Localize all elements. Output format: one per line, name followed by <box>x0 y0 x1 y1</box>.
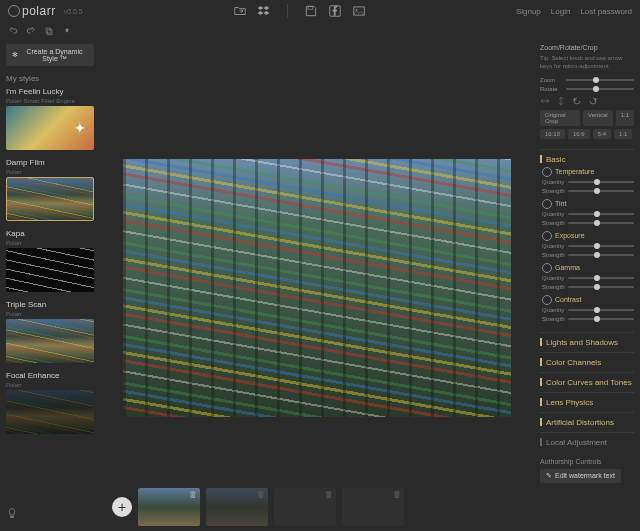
panel-lens-header[interactable]: Lens Physics <box>540 398 634 407</box>
app-header: polarr v0.0.5 Signup Login Lost password <box>0 0 640 22</box>
rotate-right-icon[interactable] <box>588 96 598 106</box>
filmstrip-thumb[interactable]: 🗑 <box>342 488 404 526</box>
filmstrip-thumb[interactable]: 🗑 <box>138 488 200 526</box>
style-thumb[interactable] <box>6 390 94 434</box>
param-tint: Tint Quantity Strength <box>542 199 634 226</box>
style-item-lucky[interactable]: I'm Feelin Lucky Polarr Smart Filter Eng… <box>6 87 94 150</box>
preset-1-1a[interactable]: 1:1 <box>616 110 634 126</box>
panel-channels-header[interactable]: Color Channels <box>540 358 634 367</box>
rotate-slider-row: Rotate <box>540 86 634 92</box>
lost-password-link[interactable]: Lost password <box>580 7 632 16</box>
preset-vertical[interactable]: Vertical <box>583 110 613 126</box>
create-dynamic-style-button[interactable]: ✻ Create a Dynamic Style ™ <box>6 44 94 66</box>
rotate-left-icon[interactable] <box>572 96 582 106</box>
redo-icon[interactable] <box>26 26 36 36</box>
zoom-slider[interactable] <box>566 79 634 81</box>
undo-icon[interactable] <box>8 26 18 36</box>
rotate-slider[interactable] <box>566 88 634 90</box>
login-link[interactable]: Login <box>551 7 571 16</box>
contrast-strength-slider[interactable] <box>568 318 634 320</box>
panel-curves-header[interactable]: Color Curves and Tones <box>540 378 634 387</box>
svg-point-3 <box>356 9 358 11</box>
add-image-button[interactable]: + <box>112 497 132 517</box>
preset-16-10[interactable]: 16:10 <box>540 129 565 139</box>
style-sub: Polarr <box>6 169 94 175</box>
panel-lens: Lens Physics <box>540 392 634 412</box>
sidebar-left: ✻ Create a Dynamic Style ™ My styles I'm… <box>0 40 100 531</box>
strength-label: Strength <box>542 188 564 194</box>
style-thumb[interactable] <box>6 177 94 221</box>
flip-vertical-icon[interactable] <box>556 96 566 106</box>
style-sub: Polarr <box>6 240 94 246</box>
flip-horizontal-icon[interactable] <box>540 96 550 106</box>
style-item-triple-scan[interactable]: Triple Scan Polarr <box>6 300 94 363</box>
preset-5-4[interactable]: 5:4 <box>593 129 611 139</box>
facebook-icon[interactable] <box>328 4 342 18</box>
panel-local-header[interactable]: Local Adjustment <box>540 438 634 447</box>
lightbulb-icon[interactable] <box>6 507 18 519</box>
panel-distort: Artificial Distortions <box>540 412 634 432</box>
main-image[interactable] <box>123 159 511 417</box>
tint-strength-slider[interactable] <box>568 222 634 224</box>
save-icon[interactable] <box>304 4 318 18</box>
style-item-focal-enhance[interactable]: Focal Enhance Polarr <box>6 371 94 434</box>
style-name: Damp Film <box>6 158 94 167</box>
crop-title: Zoom/Rotate/Crop <box>540 44 634 51</box>
style-item-damp-film[interactable]: Damp Film Polarr <box>6 158 94 221</box>
delete-icon[interactable]: 🗑 <box>393 490 401 499</box>
dynamic-style-label: Create a Dynamic Style ™ <box>21 48 88 62</box>
style-thumb[interactable] <box>6 106 94 150</box>
secondary-toolbar <box>0 22 640 40</box>
zoom-slider-row: Zoom <box>540 77 634 83</box>
style-name: I'm Feelin Lucky <box>6 87 94 96</box>
filmstrip-thumb[interactable]: 🗑 <box>274 488 336 526</box>
gamma-strength-slider[interactable] <box>568 286 634 288</box>
pin-icon[interactable] <box>62 26 72 36</box>
style-thumb[interactable] <box>6 248 94 292</box>
strength-label: Strength <box>542 284 564 290</box>
delete-icon[interactable]: 🗑 <box>325 490 333 499</box>
delete-icon[interactable]: 🗑 <box>257 490 265 499</box>
param-label: Exposure <box>542 231 634 241</box>
svg-rect-4 <box>46 28 50 33</box>
panel-basic: Basic Temperature Quantity Strength Tint… <box>540 149 634 332</box>
temperature-quantity-slider[interactable] <box>568 181 634 183</box>
preset-1-1b[interactable]: 1:1 <box>614 129 632 139</box>
dropbox-icon[interactable] <box>257 4 271 18</box>
gear-icon: ✻ <box>12 51 18 59</box>
param-contrast: Contrast Quantity Strength <box>542 295 634 322</box>
preset-original[interactable]: Original Crop <box>540 110 580 126</box>
quantity-label: Quantity <box>542 243 564 249</box>
temperature-strength-slider[interactable] <box>568 190 634 192</box>
strength-label: Strength <box>542 252 564 258</box>
canvas-area: + 🗑 🗑 🗑 🗑 <box>100 40 534 531</box>
crop-presets-1: Original Crop Vertical 1:1 <box>540 110 634 126</box>
strength-label: Strength <box>542 220 564 226</box>
image-icon[interactable] <box>352 4 366 18</box>
delete-icon[interactable]: 🗑 <box>189 490 197 499</box>
copy-icon[interactable] <box>44 26 54 36</box>
app-version: v0.0.5 <box>64 8 83 15</box>
gamma-quantity-slider[interactable] <box>568 277 634 279</box>
panel-distort-header[interactable]: Artificial Distortions <box>540 418 634 427</box>
panel-curves: Color Curves and Tones <box>540 372 634 392</box>
contrast-quantity-slider[interactable] <box>568 309 634 311</box>
logo-icon <box>8 5 20 17</box>
preset-16-9[interactable]: 16:9 <box>568 129 590 139</box>
style-thumb[interactable] <box>6 319 94 363</box>
exposure-strength-slider[interactable] <box>568 254 634 256</box>
style-item-kapa[interactable]: Kapa Polarr <box>6 229 94 292</box>
style-name: Focal Enhance <box>6 371 94 380</box>
canvas-main <box>104 40 530 483</box>
open-folder-icon[interactable] <box>233 4 247 18</box>
panel-lights-header[interactable]: Lights and Shadows <box>540 338 634 347</box>
filmstrip-thumb[interactable]: 🗑 <box>206 488 268 526</box>
tint-quantity-slider[interactable] <box>568 213 634 215</box>
sidebar-right: Zoom/Rotate/Crop Tip: Select knob and us… <box>534 40 640 531</box>
main-area: ✻ Create a Dynamic Style ™ My styles I'm… <box>0 40 640 531</box>
signup-link[interactable]: Signup <box>516 7 541 16</box>
panel-basic-header[interactable]: Basic <box>540 155 634 164</box>
edit-watermark-button[interactable]: ✎ Edit watermark text <box>540 469 621 483</box>
exposure-quantity-slider[interactable] <box>568 245 634 247</box>
param-temperature: Temperature Quantity Strength <box>542 167 634 194</box>
